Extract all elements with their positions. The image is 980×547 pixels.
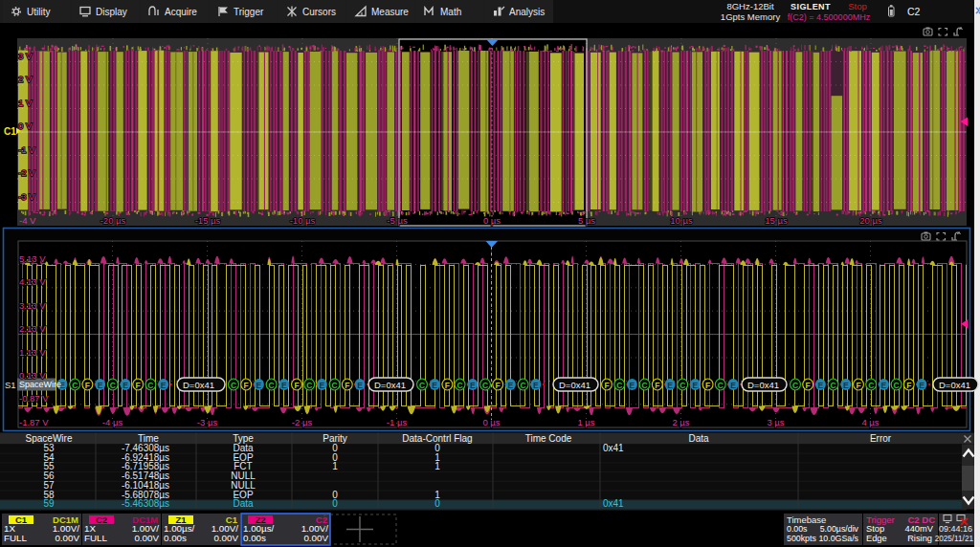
svg-text:E: E [533, 381, 539, 390]
svg-text:Math: Math [440, 7, 461, 17]
svg-text:C: C [110, 381, 116, 390]
svg-text:0 V: 0 V [18, 120, 33, 131]
svg-text:Utility: Utility [27, 7, 50, 17]
svg-text:Acquire: Acquire [165, 7, 197, 17]
svg-text:C: C [642, 381, 648, 390]
svg-text:Data: Data [233, 498, 254, 509]
svg-text:1 µs: 1 µs [577, 417, 594, 427]
svg-text:-2 V: -2 V [18, 167, 35, 178]
svg-text:1: 1 [332, 461, 338, 471]
svg-text:1: 1 [434, 461, 440, 471]
svg-text:-3 µs: -3 µs [197, 417, 218, 427]
svg-text:-15 µs: -15 µs [195, 215, 221, 226]
svg-text:2 µs: 2 µs [672, 417, 689, 427]
svg-text:E: E [256, 381, 262, 390]
svg-text:F: F [496, 381, 501, 390]
svg-text:5.13 V: 5.13 V [19, 253, 46, 264]
svg-text:-10 µs: -10 µs [290, 215, 316, 226]
svg-text:C: C [332, 381, 338, 390]
svg-text:0.00V: 0.00V [134, 533, 159, 543]
svg-text:E: E [357, 381, 363, 390]
svg-text:0.13 V: 0.13 V [19, 370, 46, 381]
svg-text:0.00V: 0.00V [55, 533, 79, 543]
svg-text:E: E [730, 381, 736, 390]
svg-text:-1 µs: -1 µs [387, 417, 408, 427]
svg-text:-5.46308µs: -5.46308µs [122, 498, 169, 509]
svg-text:Analysis: Analysis [509, 7, 545, 17]
svg-text:4.13 V: 4.13 V [19, 276, 46, 287]
svg-text:-4 V: -4 V [19, 215, 36, 226]
svg-text:C: C [231, 381, 236, 390]
svg-text:f(C2) = 4.500000MHz: f(C2) = 4.500000MHz [788, 12, 871, 22]
svg-text:C: C [72, 381, 78, 390]
svg-text:D=0x41: D=0x41 [559, 380, 590, 390]
svg-text:Error: Error [870, 433, 892, 444]
svg-text:10 µs: 10 µs [670, 215, 693, 226]
svg-text:1 V: 1 V [18, 98, 33, 108]
svg-text:SIGLENT: SIGLENT [791, 2, 831, 11]
svg-text:2.13 V: 2.13 V [19, 323, 46, 334]
svg-text:E: E [98, 381, 103, 390]
svg-text:E: E [432, 381, 437, 390]
svg-text:F: F [445, 381, 450, 390]
svg-text:-1.87 V: -1.87 V [19, 417, 49, 427]
svg-text:4 µs: 4 µs [861, 417, 879, 427]
svg-text:E: E [667, 381, 673, 390]
svg-text:500kpts: 500kpts [787, 534, 816, 543]
svg-text:0.00V: 0.00V [303, 533, 328, 543]
svg-text:Trigger: Trigger [866, 514, 895, 525]
svg-text:E: E [508, 381, 514, 390]
svg-text:09:44:16: 09:44:16 [939, 524, 972, 534]
svg-text:-4 µs: -4 µs [102, 417, 123, 427]
svg-text:FULL: FULL [4, 533, 28, 543]
svg-text:E: E [818, 381, 824, 390]
svg-text:3.13 V: 3.13 V [19, 300, 46, 311]
svg-text:Time Code: Time Code [525, 433, 572, 444]
svg-text:F: F [655, 381, 659, 390]
svg-text:0: 0 [434, 498, 440, 509]
svg-text:Timebase: Timebase [787, 514, 826, 525]
svg-text:F: F [294, 381, 299, 390]
svg-text:-5 µs: -5 µs [387, 215, 408, 226]
svg-text:C1: C1 [4, 126, 16, 137]
svg-text:F: F [136, 381, 141, 390]
svg-text:F: F [705, 381, 710, 390]
svg-text:C1: C1 [15, 514, 28, 525]
svg-text:0.00V: 0.00V [213, 533, 238, 543]
svg-text:F: F [806, 381, 811, 390]
svg-text:E: E [693, 381, 699, 390]
svg-text:-2 µs: -2 µs [292, 417, 313, 427]
svg-text:C: C [616, 381, 622, 390]
svg-text:C: C [147, 381, 153, 390]
svg-text:C: C [894, 381, 900, 390]
svg-text:Measure: Measure [371, 7, 409, 17]
svg-text:Data: Data [688, 433, 709, 444]
svg-text:SpaceWire: SpaceWire [19, 380, 61, 389]
svg-text:2 V: 2 V [18, 74, 33, 84]
svg-text:C2: C2 [96, 514, 107, 525]
svg-text:C: C [306, 381, 312, 390]
svg-text:Edge: Edge [866, 534, 887, 543]
svg-text:C: C [792, 381, 798, 390]
svg-text:C: C [868, 381, 874, 390]
svg-text:0x41: 0x41 [603, 498, 624, 509]
svg-text:Rising: Rising [907, 534, 932, 543]
svg-text:E: E [630, 381, 635, 390]
svg-text:-1 V: -1 V [18, 144, 35, 155]
svg-text:15 µs: 15 µs [765, 215, 788, 226]
svg-text:Stop: Stop [848, 1, 867, 11]
svg-text:C: C [269, 381, 275, 390]
svg-text:S1: S1 [5, 380, 16, 390]
svg-text:E: E [320, 381, 325, 390]
svg-text:F: F [604, 381, 609, 390]
svg-text:D=0x41: D=0x41 [374, 380, 406, 390]
svg-text:E: E [843, 381, 849, 390]
svg-text:F: F [85, 381, 90, 390]
svg-text:D=0x41: D=0x41 [183, 380, 214, 390]
svg-text:0.00s: 0.00s [243, 533, 266, 543]
svg-text:0.00s: 0.00s [164, 533, 187, 543]
svg-text:0.00s: 0.00s [787, 524, 808, 534]
svg-text:-3 V: -3 V [18, 191, 35, 202]
svg-text:C2 DC: C2 DC [907, 514, 935, 525]
svg-text:Cursors: Cursors [302, 7, 336, 17]
